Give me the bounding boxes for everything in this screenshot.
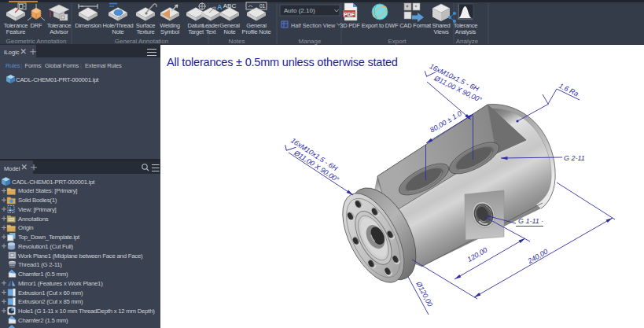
svg-text:Text: Text	[206, 28, 217, 35]
svg-text:CADL-CHEM01-PRT-000001.ipt: CADL-CHEM01-PRT-000001.ipt	[12, 179, 95, 186]
svg-text:Analyze: Analyze	[456, 38, 479, 45]
svg-text:Solid Bodies(1): Solid Bodies(1)	[18, 197, 57, 204]
svg-text:View: [Primary]: View: [Primary]	[18, 206, 57, 213]
svg-text:DRF: DRF	[31, 22, 42, 29]
svg-text:Note: Note	[223, 28, 235, 35]
svg-text:General Annotation: General Annotation	[115, 38, 169, 45]
svg-text:G 1-11 ·: G 1-11 ·	[518, 217, 543, 225]
svg-text:Notes: Notes	[229, 38, 245, 45]
svg-text:Extrusion1 (Cut x 60 mm): Extrusion1 (Cut x 60 mm)	[18, 289, 83, 297]
svg-text:All tolerances ± 0.5mm unless: All tolerances ± 0.5mm unless otherwise …	[167, 56, 398, 68]
svg-text:Global Forms: Global Forms	[45, 62, 79, 69]
svg-text:Revolution1 (Cut Full): Revolution1 (Cut Full)	[18, 243, 74, 250]
svg-text:Mirror1 (Features x Work Plane: Mirror1 (Features x Work Plane1)	[18, 280, 103, 287]
svg-text:Work Plane1 (Midplane between: Work Plane1 (Midplane between Face and F…	[18, 252, 143, 260]
svg-text:Origin: Origin	[18, 224, 33, 231]
svg-text:|: |	[21, 62, 23, 69]
svg-text:Feature: Feature	[6, 28, 25, 35]
svg-text:G 2-11: G 2-11	[564, 154, 585, 162]
svg-text:Top_Down_Template.ipt: Top_Down_Template.ipt	[18, 234, 80, 241]
svg-text:Auto (2.10): Auto (2.10)	[284, 7, 315, 14]
svg-text:Thread1 (G 2-11): Thread1 (G 2-11)	[18, 261, 62, 268]
svg-text:Chamfer2 (1.5 mm): Chamfer2 (1.5 mm)	[18, 317, 68, 324]
svg-text:Annotations: Annotations	[18, 216, 49, 223]
svg-text:CADL-CHEM01-PRT-000001.ipt: CADL-CHEM01-PRT-000001.ipt	[16, 76, 99, 83]
svg-text:Rules: Rules	[6, 62, 20, 69]
svg-text:iLogic: iLogic	[4, 49, 20, 56]
svg-text:Target: Target	[188, 28, 204, 35]
svg-text:Analysis: Analysis	[455, 28, 477, 35]
svg-text:01: 01	[259, 3, 266, 9]
svg-text:CAD Format: CAD Format	[399, 22, 432, 29]
svg-text:ABC: ABC	[223, 2, 237, 9]
svg-text:Model: Model	[4, 165, 20, 172]
svg-text:Export: Export	[388, 38, 407, 45]
svg-text:Extrusion2 (Cut x 85 mm): Extrusion2 (Cut x 85 mm)	[18, 298, 83, 305]
svg-text:Export to DWF: Export to DWF	[362, 22, 399, 29]
svg-text:Chamfer1 (0.5 mm): Chamfer1 (0.5 mm)	[18, 271, 68, 278]
svg-text:Geometric Annotation: Geometric Annotation	[6, 38, 67, 45]
svg-text:Dimension: Dimension	[75, 22, 101, 29]
svg-text:Advisor: Advisor	[50, 28, 68, 35]
svg-text:Hole1 (G 1-11 x 10 mm ThreadDe: Hole1 (G 1-11 x 10 mm ThreadDepth x 12 m…	[18, 308, 155, 315]
svg-text:Symbol: Symbol	[160, 28, 179, 35]
svg-text:Views: Views	[434, 28, 449, 35]
svg-text:Manage: Manage	[299, 38, 322, 45]
svg-text:PDF: PDF	[344, 12, 355, 17]
svg-text:3D PDF: 3D PDF	[340, 22, 360, 29]
svg-text:Texture: Texture	[136, 28, 154, 35]
svg-text:|: |	[41, 62, 42, 69]
svg-text:|: |	[80, 62, 82, 69]
svg-text:Model States: [Primary]: Model States: [Primary]	[18, 187, 77, 194]
svg-text:Note: Note	[112, 28, 123, 35]
svg-text:Profile Note: Profile Note	[242, 28, 271, 35]
svg-text:External Rules: External Rules	[85, 62, 122, 69]
svg-text:A: A	[217, 3, 223, 11]
svg-text:Half Section View: Half Section View	[291, 22, 336, 29]
svg-text:Forms: Forms	[25, 62, 42, 69]
